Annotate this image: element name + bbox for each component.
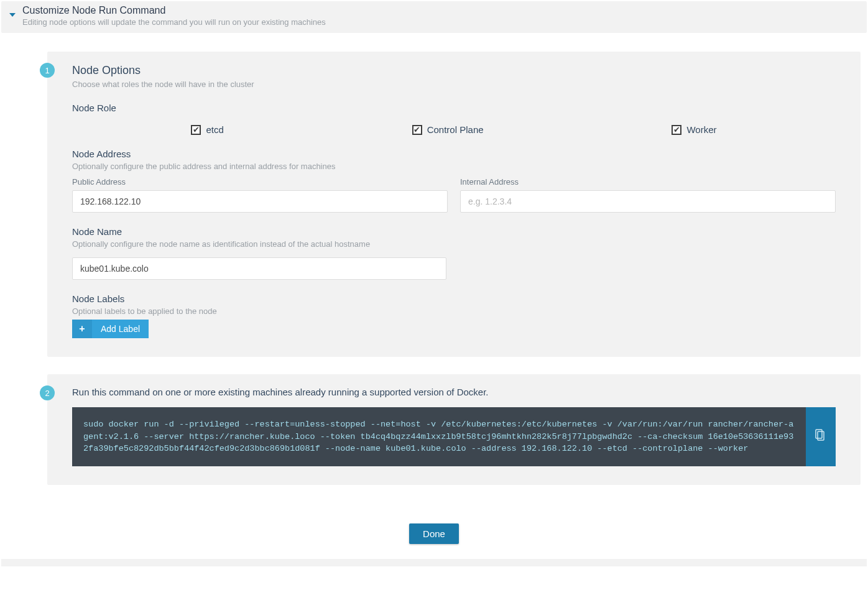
internal-address-label: Internal Address [460,177,836,187]
checkbox-checked-icon: ✔ [672,125,681,135]
node-options-subtitle: Choose what roles the node will have in … [72,80,836,89]
footer-strip [1,559,867,566]
internal-address-input[interactable] [460,190,836,213]
node-name-subtitle: Optionally configure the node name as id… [72,239,836,249]
node-options-title: Node Options [72,64,836,77]
copy-command-button[interactable] [806,407,836,466]
accordion-subtitle: Editing node options will update the com… [22,17,859,27]
command-output[interactable]: sudo docker run -d --privileged --restar… [72,407,806,466]
step-badge-1: 1 [40,63,55,78]
step-node-options: 1 Node Options Choose what roles the nod… [47,52,861,357]
run-command-instruction: Run this command on one or more existing… [72,387,836,397]
clipboard-icon [815,429,826,445]
add-label-button-text: Add Label [92,320,149,338]
step-run-command: 2 Run this command on one or more existi… [47,374,861,485]
accordion-header[interactable]: Customize Node Run Command Editing node … [1,1,867,33]
role-worker[interactable]: ✔ Worker [672,124,716,135]
add-label-button[interactable]: + Add Label [72,320,149,338]
chevron-down-icon [9,11,16,19]
node-name-input[interactable] [72,257,446,280]
step-badge-2: 2 [40,385,55,400]
accordion-title: Customize Node Run Command [22,5,859,16]
node-name-label: Node Name [72,226,836,237]
node-role-label: Node Role [72,103,836,113]
role-etcd-label: etcd [206,124,223,135]
svg-marker-0 [9,13,16,17]
done-button[interactable]: Done [409,523,459,544]
node-address-subtitle: Optionally configure the public address … [72,162,836,171]
checkbox-checked-icon: ✔ [191,125,201,135]
role-control-plane[interactable]: ✔ Control Plane [412,124,484,135]
node-labels-label: Node Labels [72,293,836,304]
public-address-input[interactable] [72,190,448,213]
node-labels-subtitle: Optional labels to be applied to the nod… [72,307,836,316]
public-address-label: Public Address [72,177,448,187]
role-etcd[interactable]: ✔ etcd [191,124,223,135]
plus-icon: + [72,320,92,338]
role-control-plane-label: Control Plane [427,124,484,135]
svg-rect-1 [818,431,824,440]
role-worker-label: Worker [686,124,716,135]
node-address-label: Node Address [72,149,836,159]
svg-rect-2 [816,430,822,438]
checkbox-checked-icon: ✔ [412,125,422,135]
